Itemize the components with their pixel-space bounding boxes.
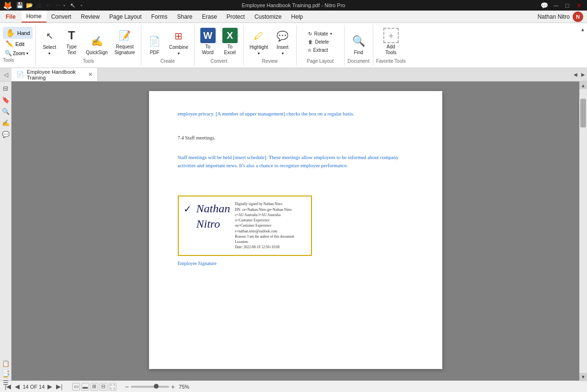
- scrollbar-down-button[interactable]: ▼: [579, 373, 587, 380]
- menu-protect[interactable]: Protect: [222, 11, 250, 23]
- open-button[interactable]: 📂: [25, 1, 34, 10]
- insert-button[interactable]: 💬 Insert ▾: [272, 26, 293, 58]
- find-button[interactable]: 🔍 Find: [348, 32, 369, 58]
- scrollbar-up-button[interactable]: ▲: [579, 81, 587, 89]
- rotate-button[interactable]: ↻ Rotate ▾: [306, 30, 334, 37]
- document-tab[interactable]: 📄 Employee Handbook Training ✕: [12, 68, 98, 81]
- view-single-icon[interactable]: ▭: [72, 383, 80, 391]
- pdf-button[interactable]: 📄 PDF: [144, 32, 165, 58]
- highlight-button[interactable]: 🖊 Highlight ▾: [247, 26, 271, 58]
- review-group-label: Review: [247, 58, 293, 65]
- chat-icon[interactable]: 💬: [540, 1, 549, 10]
- scrollbar-track[interactable]: [579, 89, 587, 373]
- pdf-scrollbar[interactable]: ▲ ▼: [579, 81, 587, 380]
- scrollbar-thumb[interactable]: [580, 99, 586, 127]
- close-button[interactable]: ✕: [575, 1, 583, 10]
- view-fullscreen-icon[interactable]: ⛶: [109, 383, 116, 391]
- panel-signatures-icon[interactable]: ✍: [1, 118, 11, 127]
- sidebar-toggle-button[interactable]: ◁: [0, 68, 12, 81]
- type-text-button[interactable]: T TypeText: [61, 26, 82, 58]
- restore-button[interactable]: □: [563, 1, 572, 10]
- ribbon-group-document: 🔍 Find Document: [345, 25, 373, 66]
- zoom-controls: − + 75%: [125, 383, 189, 391]
- menu-forms[interactable]: Forms: [146, 11, 172, 23]
- sig-detail-line-4: o=Customer Experience: [235, 218, 294, 223]
- user-avatar: N: [573, 12, 583, 22]
- tab-scroll-right[interactable]: ▶: [579, 72, 587, 77]
- quicksign-button[interactable]: ✍ QuickSign: [83, 32, 111, 58]
- extract-button[interactable]: ⎋ Extract: [306, 46, 334, 54]
- type-text-icon: T: [64, 28, 79, 43]
- highlight-label: Highlight: [250, 45, 268, 50]
- panel-pages-icon[interactable]: 📑: [1, 368, 11, 378]
- to-word-button[interactable]: W ToWord: [197, 26, 219, 58]
- rotate-delete-group: ↻ Rotate ▾ 🗑 Delete ⎋ Extract: [306, 30, 334, 54]
- menu-share[interactable]: Share: [172, 11, 197, 23]
- page-navigation: |◀ ◀ 14 OF 14 ▶ ▶|: [4, 383, 64, 390]
- menu-review[interactable]: Review: [76, 11, 104, 23]
- redo-button[interactable]: ↪: [54, 1, 62, 10]
- ribbon-collapse-button[interactable]: ▲: [580, 27, 585, 32]
- cursor-dropdown[interactable]: ▾: [81, 3, 82, 8]
- menu-file[interactable]: File: [0, 11, 22, 23]
- sig-name-area: NathanNitro: [196, 201, 230, 231]
- paragraph-staff-meetings: Staff meetings will be held [insert sche…: [178, 154, 414, 170]
- user-menu[interactable]: Nathan Nitro N: [534, 11, 587, 23]
- nav-next-button[interactable]: ▶: [46, 383, 53, 390]
- panel-comments-icon[interactable]: 📋: [1, 358, 11, 368]
- cursor-mode-icon: ↖: [69, 1, 77, 9]
- pdf-label: PDF: [150, 50, 160, 56]
- add-tools-button[interactable]: ＋ AddTools: [380, 26, 402, 58]
- hand-button[interactable]: ✋ Hand: [3, 27, 33, 39]
- create-group-label: Create: [144, 58, 191, 65]
- pdf-page: employee privacy. [A member of upper man…: [149, 91, 442, 369]
- request-signature-button[interactable]: 📝 RequestSignature: [112, 26, 138, 58]
- undo-button[interactable]: ↩: [44, 1, 53, 10]
- add-tools-label: AddTools: [385, 44, 396, 56]
- page-indicator: 14 OF 14: [23, 384, 45, 390]
- panel-search-icon[interactable]: 🔍: [1, 106, 11, 116]
- combine-dropdown-icon: ▾: [178, 51, 180, 56]
- zoom-icon: 🔍: [5, 50, 12, 57]
- pdf-content-area[interactable]: employee privacy. [A member of upper man…: [12, 81, 579, 380]
- tab-scroll-left[interactable]: ◀: [572, 72, 579, 77]
- zoom-button[interactable]: 🔍 Zoom ▾: [3, 49, 30, 58]
- panel-list-icon[interactable]: ☰: [1, 378, 11, 380]
- sig-detail-line-1: Digitally signed by Nathan Nitro: [235, 201, 294, 207]
- ribbon-group-select: ↖ Select ▾ T TypeText ✍ QuickSign 📝 Requ…: [36, 25, 141, 66]
- edit-button[interactable]: ✏️ Edit: [3, 39, 27, 49]
- panel-bookmarks-icon[interactable]: 🔖: [1, 95, 11, 104]
- sig-detail-line-2: DN: cn=Nathan Nitro gn=Nathan Nitro: [235, 207, 294, 212]
- menu-erase[interactable]: Erase: [197, 11, 222, 23]
- minimize-button[interactable]: ─: [552, 1, 560, 10]
- select-button[interactable]: ↖ Select ▾: [39, 26, 60, 58]
- tab-close-button[interactable]: ✕: [88, 71, 92, 78]
- zoom-out-button[interactable]: −: [125, 383, 129, 391]
- quick-access-dropdown[interactable]: ▾: [63, 3, 65, 8]
- zoom-in-button[interactable]: +: [171, 383, 175, 391]
- view-grid-icon[interactable]: ⊞: [91, 383, 98, 391]
- combine-button[interactable]: ⊞ Combine ▾: [166, 26, 191, 58]
- page-layout-group-label: Page Layout: [299, 58, 341, 65]
- to-excel-button[interactable]: X ToExcel: [219, 26, 241, 58]
- menu-customize[interactable]: Customize: [250, 11, 287, 23]
- ribbon-group-page-layout: ↻ Rotate ▾ 🗑 Delete ⎋ Extract Page Layou…: [297, 25, 345, 66]
- save-button[interactable]: 💾: [15, 1, 24, 10]
- menu-page-layout[interactable]: Page Layout: [104, 11, 146, 23]
- menu-convert[interactable]: Convert: [46, 11, 76, 23]
- print-button[interactable]: 🖨: [35, 1, 43, 10]
- sig-detail-date: Date: 2022-08-10 12:50+10:00: [235, 244, 294, 250]
- delete-button[interactable]: 🗑 Delete: [306, 38, 334, 46]
- panel-annotations-icon[interactable]: 💬: [1, 129, 11, 139]
- zoom-thumb[interactable]: [154, 384, 159, 389]
- view-double-icon[interactable]: ▬: [81, 383, 89, 391]
- to-excel-icon: X: [222, 28, 238, 43]
- menu-help[interactable]: Help: [287, 11, 308, 23]
- panel-thumbnail-icon[interactable]: ⊟: [1, 83, 11, 93]
- nav-last-button[interactable]: ▶|: [55, 383, 63, 390]
- view-spread-icon[interactable]: ⊟: [100, 383, 107, 391]
- zoom-slider[interactable]: [131, 386, 169, 388]
- menu-home[interactable]: Home: [22, 11, 46, 23]
- to-word-label: ToWord: [202, 44, 214, 56]
- nav-prev-button[interactable]: ◀: [14, 383, 21, 390]
